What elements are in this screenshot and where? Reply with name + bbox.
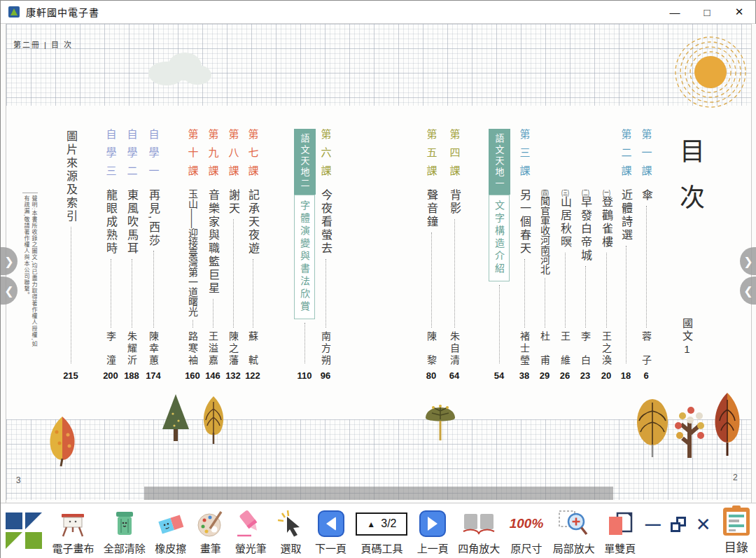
clear-all-button[interactable]: 全部清除 — [104, 508, 146, 555]
left-edge-back-button[interactable] — [1, 277, 18, 305]
highlighter-button[interactable]: 螢光筆 — [234, 508, 267, 555]
lesson-label: 第七課 — [246, 129, 260, 188]
canvas-button[interactable]: 電子畫布 — [52, 508, 94, 555]
language-world-badge: 語文天地一 — [489, 129, 510, 195]
dotted-leader — [454, 219, 455, 328]
toc-image-credits[interactable]: 圖片來源及索引 215 — [60, 129, 81, 381]
lesson-author: 陳之藩 — [226, 331, 240, 367]
minimize-button[interactable]: — — [659, 1, 691, 23]
horizontal-scrollbar-thumb[interactable] — [144, 487, 613, 500]
lesson-title: 今夜看螢去 — [317, 189, 334, 256]
dotted-leader — [585, 266, 586, 328]
lesson-label: 第九課 — [206, 129, 220, 188]
page-back-arrow-icon — [318, 510, 344, 537]
toc-language-world-2[interactable]: 語文天地二 字體演變與書法欣賞 110 — [294, 129, 315, 381]
dome-tree-illustration — [424, 400, 457, 443]
dotted-leader — [524, 259, 525, 328]
right-edge-forward-button[interactable] — [740, 247, 756, 275]
kangxuan-logo — [5, 512, 43, 550]
lesson-label: 第一課 — [639, 129, 654, 188]
kangxuan-logo-icon — [5, 512, 43, 550]
toolbar-minimize-icon[interactable]: — — [645, 515, 661, 533]
single-double-page-icon — [606, 510, 635, 537]
lesson-author: 杜 甫 — [538, 331, 552, 367]
brush-button[interactable]: 畫筆 — [196, 508, 225, 555]
toc-language-world-1[interactable]: 語文天地一 文字構造介紹 54 — [489, 129, 510, 381]
lesson-page-number: 174 — [146, 370, 161, 381]
toc-lesson-1[interactable]: 第一課 傘 蓉 子 6 — [636, 129, 657, 381]
lesson-page-number: 132 — [225, 370, 241, 381]
next-page-button[interactable]: 下一頁 — [315, 508, 346, 555]
toc-lesson-5[interactable]: 第五課 聲音鐘 陳 黎 80 — [421, 129, 442, 381]
right-edge-back-button[interactable] — [740, 277, 756, 305]
autumn-leaf-tree-illustration — [709, 393, 746, 457]
lesson-page-number: 110 — [298, 370, 312, 381]
toc-lesson-4[interactable]: 第四課 背影 朱自清 64 — [444, 129, 465, 381]
toc-poem-3[interactable]: (三)山居秋暝 王 維 26 — [554, 129, 575, 381]
berry-tree-illustration — [673, 403, 708, 461]
toc-lesson-6[interactable]: 第六課 今夜看螢去 南方朔 96 — [315, 129, 336, 381]
dotted-leader — [304, 323, 305, 363]
toc-self-study-3[interactable]: 自學三 龍眼成熟時 李 潼 200 — [100, 129, 121, 381]
lesson-title: (四)聞官軍收河南河北 — [538, 189, 552, 274]
language-world-badge: 語文天地二 — [294, 129, 316, 195]
menu-button[interactable]: 目錄 — [720, 505, 752, 555]
page-tool[interactable]: 3/2 頁碼工具 — [356, 508, 407, 555]
toc-lesson-3[interactable]: 第三課 另一個春天 褚士瑩 38 — [514, 129, 535, 381]
dotted-leader — [192, 320, 193, 328]
lesson-title: (二)早發白帝城 — [577, 189, 594, 263]
maximize-button[interactable]: □ — [691, 1, 723, 23]
lesson-page-number: 80 — [426, 370, 436, 381]
toc-poem-4[interactable]: (四)聞官軍收河南河北 杜 甫 29 — [534, 129, 555, 381]
dotted-leader — [71, 227, 71, 363]
left-edge-forward-button[interactable] — [1, 247, 18, 275]
page-number-box[interactable]: 3/2 — [356, 512, 407, 536]
toc-lesson-9[interactable]: 第九課 音樂家與職籃巨星 王溢嘉 146 — [202, 129, 223, 381]
toc-lesson-7[interactable]: 第七課 記承天夜遊 蘇 軾 122 — [242, 129, 263, 381]
toc-poem-1[interactable]: (一)登鸛雀樓 王之渙 20 — [596, 129, 617, 381]
page-forward-arrow-icon — [419, 510, 446, 537]
close-button[interactable]: ✕ — [723, 1, 755, 23]
toolbar-restore-icon[interactable] — [671, 517, 686, 532]
window-title: 康軒國中電子書 — [26, 5, 99, 19]
toc-lesson-8[interactable]: 第八課 謝天 陳之藩 132 — [223, 129, 244, 381]
subject-label: 國文1 — [680, 318, 694, 357]
lesson-label: 第三課 — [517, 129, 532, 188]
lesson-title: (一)登鸛雀樓 — [598, 189, 615, 249]
lesson-label: 第四課 — [447, 129, 462, 188]
toc-self-study-2[interactable]: 自學二 東風吹馬耳 朱耀沂 188 — [121, 129, 142, 381]
toc-lesson-2[interactable]: 第二課 近體詩選 18 — [615, 129, 636, 381]
book-spread: 第二冊 | 目 次 目次 國文1 聲明:本書所收錄之圖文,均已盡力取得著作權人授… — [1, 24, 756, 503]
partial-zoom-button[interactable]: 局部放大 — [553, 508, 595, 555]
lesson-author: 蓉 子 — [639, 331, 653, 367]
page-mode-button[interactable]: 單雙頁 — [604, 508, 636, 555]
dotted-leader — [646, 206, 647, 328]
select-button[interactable]: 選取 — [276, 508, 306, 555]
toolbar-label: 頁碼工具 — [360, 540, 402, 555]
cloud-illustration — [144, 47, 214, 88]
language-world-title: 字體演變與書法欣賞 — [294, 195, 315, 319]
lesson-label: 第十課 — [186, 129, 200, 188]
lesson-author: 王溢嘉 — [206, 331, 220, 367]
toolbar-close-icon[interactable]: ✕ — [696, 514, 711, 536]
lesson-page-number: 38 — [519, 370, 529, 381]
prev-page-button[interactable]: 上一頁 — [417, 508, 449, 555]
toc-self-study-1[interactable]: 自學一 再見,西莎 陳幸蕙 174 — [143, 129, 164, 381]
window-controls: — □ ✕ — [659, 1, 755, 23]
toolbar-label: 上一頁 — [417, 540, 449, 555]
lesson-page-number: 64 — [449, 370, 459, 381]
dotted-leader — [606, 253, 607, 328]
lesson-title: 玉山——迎接臺灣第一道曙光 — [186, 189, 200, 316]
leaf-tree-illustration — [200, 396, 227, 445]
toc-lesson-10[interactable]: 第十課 玉山——迎接臺灣第一道曙光 路寒袖 160 — [182, 129, 203, 381]
eraser-button[interactable]: 橡皮擦 — [155, 508, 186, 555]
toolbar-label: 局部放大 — [553, 540, 595, 555]
original-size-button[interactable]: 100% 原尺寸 — [510, 508, 544, 555]
toc-poem-2[interactable]: (二)早發白帝城 李 白 23 — [575, 129, 596, 381]
toolbar-label: 電子畫布 — [52, 540, 94, 555]
corner-zoom-button[interactable]: 四角放大 — [458, 508, 500, 555]
toolbar-label: 橡皮擦 — [155, 540, 186, 555]
open-book-icon — [461, 510, 496, 537]
breadcrumb: 第二冊 | 目 次 — [13, 39, 73, 50]
dotted-leader — [213, 299, 214, 328]
